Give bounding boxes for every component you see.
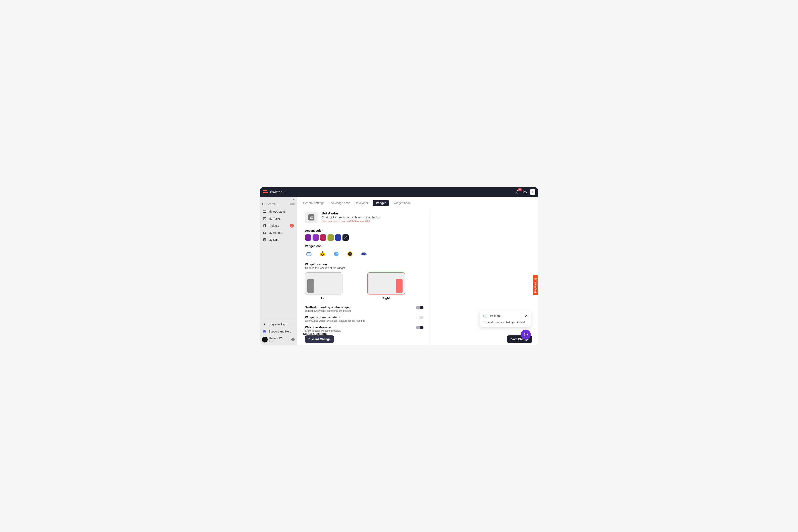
svg-point-16 — [309, 253, 310, 254]
branding-toggle-title: Swiftask branding on the widget — [305, 306, 351, 309]
welcome-toggle[interactable] — [416, 326, 423, 329]
svg-point-1 — [532, 191, 533, 192]
svg-point-2 — [263, 203, 264, 205]
search-bar[interactable]: ⌘+K — [260, 201, 297, 207]
svg-point-10 — [264, 239, 266, 240]
support-link[interactable]: Support and Help — [260, 328, 297, 335]
tab-developer[interactable]: Developer — [355, 202, 368, 205]
app-window: Swiftask 54 « ⌘+K — [260, 187, 538, 345]
tab-general[interactable]: General settings — [303, 202, 324, 205]
collapse-sidebar-icon[interactable]: « — [260, 197, 297, 201]
search-shortcut: ⌘+K — [289, 203, 295, 206]
tasks-icon — [263, 217, 266, 221]
notification-bell-icon[interactable]: 54 — [516, 190, 520, 194]
svg-rect-37 — [483, 315, 487, 317]
user-avatar[interactable] — [530, 189, 535, 195]
svg-rect-31 — [349, 254, 351, 255]
bot-icon-option-4[interactable] — [346, 250, 354, 258]
chat-popup: Polti bot ✕ Hi there! How can I help you… — [480, 311, 531, 327]
upgrade-plan-link[interactable]: ✦ Upgrade Plan — [260, 321, 297, 328]
open-default-toggle[interactable] — [416, 316, 423, 319]
svg-point-38 — [484, 316, 485, 316]
notification-badge: 54 — [518, 188, 522, 191]
welcome-toggle-sub: Show floating welcome message — [305, 329, 341, 332]
robot-icon — [263, 231, 266, 235]
tab-widget[interactable]: Widget — [373, 200, 389, 206]
sidebar-item-tasks[interactable]: My Tasks — [260, 215, 297, 222]
feedback-icon: ✉ — [534, 277, 537, 280]
tab-widget-inbox[interactable]: Widget inbox — [394, 202, 411, 205]
support-label: Support and Help — [268, 330, 291, 333]
accent-swatch[interactable] — [312, 234, 319, 241]
chat-close-icon[interactable]: ✕ — [525, 314, 528, 318]
clipboard-icon — [263, 224, 266, 228]
sidebar-item-ai-bots[interactable]: My AI bots — [260, 229, 297, 236]
bot-avatar-title: Bot Avatar — [322, 212, 380, 215]
accent-swatches — [305, 234, 423, 241]
discord-icon — [263, 329, 266, 333]
svg-point-33 — [363, 253, 363, 254]
tab-knowledge-base[interactable]: Knowledge base — [329, 202, 350, 205]
open-default-toggle-sub: Open/Close widget when user engage for t… — [305, 319, 365, 322]
accent-swatch[interactable] — [335, 234, 341, 241]
upgrade-label: Upgrade Plan — [268, 323, 286, 326]
search-input[interactable] — [266, 203, 281, 206]
workspace-plan: Free — [269, 340, 283, 342]
svg-point-25 — [335, 253, 336, 254]
weather-icon[interactable] — [523, 190, 527, 194]
chat-icon — [263, 210, 266, 213]
accent-color-label: Accent color — [305, 229, 423, 232]
app-logo[interactable]: Swiftask — [263, 190, 285, 194]
bot-icon-option-5[interactable] — [360, 250, 367, 258]
swiftask-logo-icon — [263, 190, 268, 194]
svg-rect-3 — [263, 210, 266, 213]
branding-toggle[interactable] — [416, 306, 423, 309]
svg-point-15 — [308, 253, 308, 254]
sidebar-item-data[interactable]: My Data — [260, 236, 297, 243]
svg-point-20 — [323, 253, 324, 254]
topbar: Swiftask 54 — [260, 187, 538, 197]
feedback-label: Feedback — [534, 281, 537, 292]
chat-bot-icon — [482, 313, 488, 319]
sidebar-item-projects[interactable]: Projects 2 — [260, 222, 297, 229]
svg-point-13 — [310, 217, 311, 217]
svg-point-22 — [334, 252, 339, 256]
gear-icon[interactable] — [291, 338, 295, 341]
color-picker-button[interactable] — [342, 234, 349, 241]
workspace-name: Karen's Wo — [269, 337, 283, 340]
position-option-left[interactable]: Left — [305, 272, 342, 300]
svg-point-8 — [264, 233, 264, 233]
svg-point-39 — [486, 316, 486, 316]
chevron-down-icon[interactable]: ⌄ — [288, 338, 290, 341]
main-panel: General settings Knowledge base Develope… — [297, 197, 538, 345]
svg-point-28 — [348, 252, 352, 256]
accent-swatch[interactable] — [320, 234, 326, 241]
sidebar-item-label: My Tasks — [268, 217, 281, 220]
discard-button[interactable]: Discard Change — [305, 336, 334, 343]
bot-icon-option-2[interactable] — [319, 250, 326, 258]
chat-fab[interactable] — [521, 329, 531, 340]
open-default-toggle-title: Widget is open by default — [305, 316, 365, 319]
bot-icon-option-1[interactable] — [305, 250, 312, 258]
sidebar-item-label: My AI bots — [268, 231, 282, 234]
sparkle-icon: ✦ — [263, 323, 266, 326]
bot-avatar-subtitle: Chatbot Picture to be displayed in the c… — [322, 216, 380, 219]
widget-icon-options — [305, 250, 423, 258]
position-option-right[interactable]: Right — [367, 272, 405, 300]
projects-badge: 2 — [290, 224, 294, 228]
sidebar-item-label: My Assistant — [268, 210, 285, 213]
svg-rect-17 — [308, 255, 310, 255]
bot-avatar-upload[interactable] — [305, 212, 318, 223]
widget-position-subtitle: Choose the location of the widget — [305, 266, 423, 269]
svg-rect-36 — [366, 253, 366, 254]
sidebar-item-assistant[interactable]: My Assistant — [260, 208, 297, 215]
accent-swatch[interactable] — [327, 234, 334, 241]
workspace-switcher[interactable]: Karen's Wo Free ⌄ — [260, 335, 297, 345]
feedback-tab[interactable]: Feedback ✉ — [533, 275, 538, 295]
bot-icon-option-3[interactable] — [332, 250, 340, 258]
sidebar-item-label: My Data — [268, 238, 279, 242]
accent-swatch[interactable] — [305, 234, 311, 241]
chat-message: Hi there! How can I help you today? — [482, 321, 528, 324]
svg-point-29 — [349, 253, 349, 254]
widget-icon-label: Widget Icon — [305, 244, 423, 248]
